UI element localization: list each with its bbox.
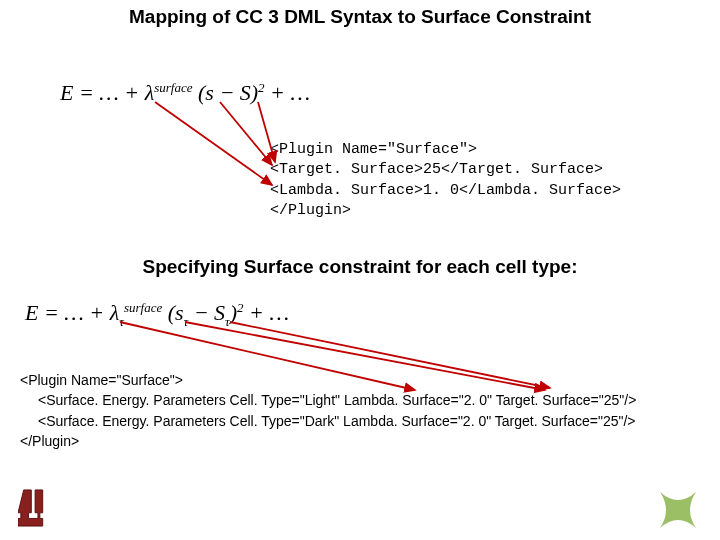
code-line: <Target. Surface>25</Target. Surface> — [270, 160, 621, 180]
biocomplexity-logo-icon — [654, 488, 702, 532]
code-line: <Plugin Name="Surface"> — [270, 140, 621, 160]
svg-line-0 — [155, 102, 272, 185]
code-line: <Surface. Energy. Parameters Cell. Type=… — [38, 411, 636, 431]
code-line: <Lambda. Surface>1. 0</Lambda. Surface> — [270, 181, 621, 201]
slide-subtitle: Specifying Surface constraint for each c… — [0, 250, 720, 284]
svg-line-1 — [220, 102, 272, 165]
equation-global: E = … + λsurface (s − S)2 + … — [60, 80, 310, 106]
code-block-per-type: <Plugin Name="Surface"> <Surface. Energy… — [20, 370, 636, 451]
code-line: </Plugin> — [270, 201, 621, 221]
slide-title: Mapping of CC 3 DML Syntax to Surface Co… — [0, 0, 720, 34]
code-line: <Surface. Energy. Parameters Cell. Type=… — [38, 390, 636, 410]
code-line: </Plugin> — [20, 431, 636, 451]
code-block-global: <Plugin Name="Surface"> <Target. Surface… — [270, 140, 621, 221]
equation-per-type: E = … + λτsurface (sτ − Sτ)2 + … — [25, 300, 289, 330]
iu-logo-icon — [18, 484, 56, 532]
code-line: <Plugin Name="Surface"> — [20, 370, 636, 390]
